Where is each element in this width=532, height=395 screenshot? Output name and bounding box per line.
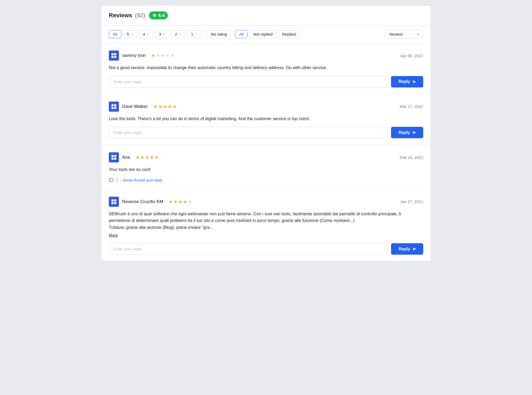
send-icon-4: ➤ <box>412 246 416 251</box>
avatar-2 <box>109 102 119 112</box>
send-icon-2: ➤ <box>412 130 416 135</box>
reviews-title: Reviews <box>109 12 132 19</box>
reply-row-1: Reply ➤ <box>109 76 423 87</box>
star-1-4: ★ <box>165 53 170 58</box>
review-card-4: Reverse Crucifix KM ★ ★ ★ ★ ★ Jan 27, 20… <box>101 189 431 261</box>
reviewer-name-3: Ana <box>122 155 130 160</box>
star-4-3: ★ <box>178 199 182 205</box>
star-1-1: ★ <box>151 53 155 58</box>
reviews-count: (92) <box>135 12 145 19</box>
sort-select[interactable]: Newest Oldest Highest rated Lowest rated <box>385 30 423 39</box>
review-date-2: Mar 17, 2022 <box>400 104 423 109</box>
star-3-5: ★ <box>155 154 159 160</box>
svg-rect-5 <box>114 104 116 106</box>
reviewer-info-2: Dave Walker ★ ★ ★ ★ ★ <box>109 102 177 112</box>
reviewer-name-1: sammy tron <box>122 53 146 58</box>
svg-rect-14 <box>111 202 114 204</box>
review-date-3: Feb 16, 2022 <box>400 155 423 160</box>
filter-4-star: ★ <box>146 32 149 36</box>
star-3-3: ★ <box>145 154 149 160</box>
thread-row-3: 💬 1 › Show thread and reply <box>109 178 423 183</box>
review-card-2: Dave Walker ★ ★ ★ ★ ★ Mar 17, 2022 Love … <box>101 94 431 145</box>
reviewer-name-4: Reverse Crucifix KM <box>122 199 163 204</box>
show-thread-link-3[interactable]: › Show thread and reply <box>120 178 162 182</box>
filter-3-star: ★ <box>162 32 165 36</box>
svg-rect-12 <box>111 199 114 201</box>
reply-button-4[interactable]: Reply ➤ <box>391 243 423 255</box>
svg-rect-7 <box>114 107 116 109</box>
svg-rect-15 <box>114 202 116 204</box>
review-text-2: Love the tools. There's a lot you can do… <box>109 115 423 122</box>
star-4-5: ★ <box>188 199 192 205</box>
svg-rect-11 <box>114 158 116 160</box>
filter-2-star: ★ <box>178 32 181 36</box>
rating-badge: ★ 4.4 <box>149 11 168 19</box>
star-2-3: ★ <box>163 104 167 110</box>
star-3-4: ★ <box>150 154 154 160</box>
avatar-4 <box>109 197 119 207</box>
stars-2: ★ ★ ★ ★ ★ <box>153 104 177 110</box>
filter-3-btn[interactable]: 3 ★ <box>155 30 169 38</box>
reply-row-2: Reply ➤ <box>109 127 423 138</box>
reviewer-info-3: Ana ★ ★ ★ ★ ★ <box>109 152 159 162</box>
rating-star-icon: ★ <box>152 12 156 18</box>
reply-filter-all-btn[interactable]: All <box>235 30 248 38</box>
svg-rect-6 <box>111 107 114 109</box>
reply-filter-replied-btn[interactable]: Replied <box>278 30 300 38</box>
reply-label-1: Reply <box>398 79 410 84</box>
stars-4: ★ ★ ★ ★ ★ <box>169 199 192 205</box>
filter-2-btn[interactable]: 2 ★ <box>171 30 185 38</box>
reply-label-2: Reply <box>398 130 410 135</box>
avatar-3 <box>109 152 119 162</box>
no-rating-btn[interactable]: No rating <box>207 30 231 38</box>
reply-label-4: Reply <box>398 247 410 251</box>
filter-4-btn[interactable]: 4 ★ <box>139 30 153 38</box>
star-2-1: ★ <box>153 104 157 110</box>
review-date-1: Apr 06, 2022 <box>400 53 423 58</box>
reply-button-2[interactable]: Reply ➤ <box>391 127 423 138</box>
star-2-5: ★ <box>172 104 177 110</box>
filter-all-btn[interactable]: All <box>109 30 121 38</box>
reviews-container: Reviews (92) ★ 4.4 All 5 ★ 4 ★ 3 ★ 2 ★ 1… <box>101 5 431 261</box>
star-filter-group: All 5 ★ 4 ★ 3 ★ 2 ★ 1 ★ <box>109 30 202 38</box>
star-3-2: ★ <box>140 154 144 160</box>
sort-wrapper: Newest Oldest Highest rated Lowest rated <box>385 30 423 39</box>
star-4-4: ★ <box>183 199 187 205</box>
star-1-5: ★ <box>170 53 174 58</box>
show-thread-label-3: Show thread and reply <box>123 178 163 182</box>
star-3-1: ★ <box>135 154 140 160</box>
rating-value: 4.4 <box>158 13 165 18</box>
thread-count-3: 1 <box>116 178 118 182</box>
review-top-3: Ana ★ ★ ★ ★ ★ Feb 16, 2022 <box>109 152 423 162</box>
svg-rect-3 <box>114 56 116 58</box>
review-date-4: Jan 27, 2021 <box>400 199 423 204</box>
stars-1: ★ ★ ★ ★ ★ <box>151 53 174 58</box>
review-card-1: sammy tron ★ ★ ★ ★ ★ Apr 06, 2022 Not a … <box>101 43 431 94</box>
filter-5-star: ★ <box>130 32 133 36</box>
star-1-2: ★ <box>156 53 160 58</box>
reply-input-4[interactable] <box>109 243 388 255</box>
svg-rect-13 <box>114 199 116 201</box>
filter-1-btn[interactable]: 1 ★ <box>187 30 201 38</box>
reviews-header: Reviews (92) ★ 4.4 <box>101 6 431 26</box>
filter-left-group: All 5 ★ 4 ★ 3 ★ 2 ★ 1 ★ No rating All No… <box>109 30 301 38</box>
reply-filter-not-replied-btn[interactable]: Not replied <box>249 30 277 38</box>
filter-1-star: ★ <box>194 32 197 36</box>
svg-rect-2 <box>111 56 114 58</box>
svg-rect-1 <box>114 53 116 55</box>
svg-rect-0 <box>111 53 114 55</box>
star-1-3: ★ <box>161 53 165 58</box>
reply-input-2[interactable] <box>109 127 388 138</box>
filter-5-btn[interactable]: 5 ★ <box>123 30 137 38</box>
star-4-1: ★ <box>169 199 173 205</box>
star-4-2: ★ <box>173 199 178 205</box>
star-2-2: ★ <box>158 104 162 110</box>
thread-icon-3: 💬 <box>109 178 114 183</box>
reviewer-name-2: Dave Walker <box>122 104 148 109</box>
reply-button-1[interactable]: Reply ➤ <box>391 76 423 87</box>
reply-input-1[interactable] <box>109 76 388 87</box>
svg-rect-10 <box>111 158 114 160</box>
svg-rect-4 <box>111 104 114 106</box>
more-link-4[interactable]: More <box>109 232 118 238</box>
reply-row-4: Reply ➤ <box>109 243 423 255</box>
